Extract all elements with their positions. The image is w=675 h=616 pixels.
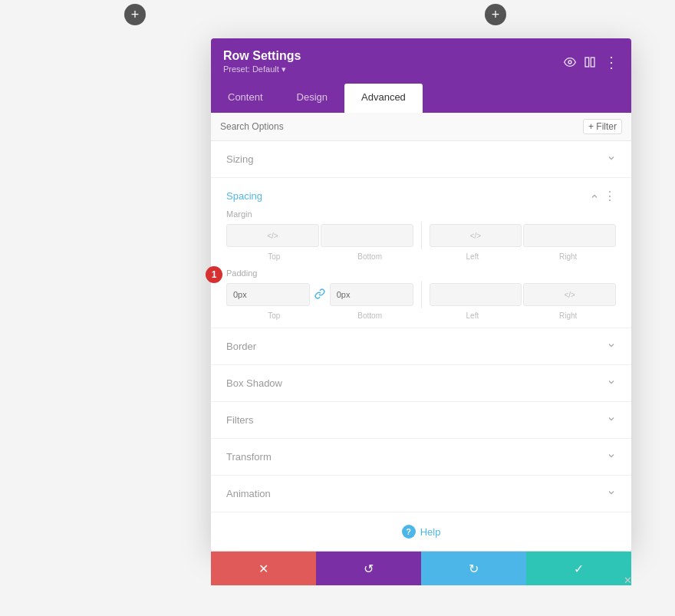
box-shadow-chevron [607, 377, 616, 389]
animation-section: Animation [211, 476, 631, 512]
margin-top-input[interactable]: </> [226, 224, 319, 247]
padding-top-label: Top [226, 311, 322, 320]
border-section-header[interactable]: Border [211, 328, 631, 364]
help-label: Help [420, 526, 441, 538]
filters-section: Filters [211, 402, 631, 439]
spacing-section-header[interactable]: Spacing ⋮ [211, 178, 631, 209]
border-section: Border [211, 328, 631, 365]
add-section-right[interactable]: + [485, 4, 506, 25]
transform-label: Transform [226, 451, 272, 463]
sizing-section-header[interactable]: Sizing [211, 141, 631, 177]
sizing-chevron [607, 153, 616, 165]
action-bar: ✕ ↺ ↻ ✓ [211, 552, 631, 585]
redo-button[interactable]: ↻ [421, 552, 526, 585]
padding-left-input[interactable] [430, 283, 522, 306]
help-button[interactable]: ? Help [211, 512, 631, 551]
modal-header-left: Row Settings Preset: Default ▾ [223, 49, 301, 74]
modal-content: Sizing Spacing ⋮ Margin [211, 141, 631, 551]
modal-title: Row Settings [223, 49, 301, 63]
box-shadow-label: Box Shadow [226, 377, 282, 389]
border-label: Border [226, 341, 256, 352]
transform-chevron [607, 451, 616, 463]
spacing-chevron-up [590, 192, 599, 201]
kebab-menu-icon[interactable]: ⋮ [604, 53, 619, 71]
add-section-left[interactable]: + [124, 4, 146, 25]
tab-design[interactable]: Design [280, 84, 344, 113]
padding-tb-labels: Top Bottom [226, 311, 418, 320]
animation-label: Animation [226, 488, 271, 499]
modal-header-icons: ⋮ [564, 53, 619, 71]
sizing-label: Sizing [226, 153, 253, 165]
margin-right-label: Right [520, 252, 616, 261]
padding-top-input[interactable]: 0px [226, 283, 310, 306]
margin-labels: Top Bottom Left Right [211, 251, 631, 268]
filters-label: Filters [226, 414, 253, 426]
eye-icon[interactable] [564, 56, 576, 68]
search-bar: + Filter [211, 113, 631, 141]
svg-point-0 [568, 61, 571, 64]
margin-inputs: </> </> [211, 222, 631, 249]
transform-section-header[interactable]: Transform [211, 439, 631, 475]
spacing-label: Spacing [226, 190, 262, 202]
padding-divider [421, 281, 422, 308]
modal-tabs: Content Design Advanced [211, 84, 631, 113]
margin-bottom-label: Bottom [322, 252, 418, 261]
padding-left-label: Left [425, 311, 521, 320]
animation-section-header[interactable]: Animation [211, 476, 631, 512]
search-input[interactable] [220, 121, 583, 132]
svg-rect-2 [591, 58, 594, 67]
padding-label: Padding [211, 268, 631, 278]
margin-left-label: Left [425, 252, 521, 261]
padding-right-label: Right [520, 311, 616, 320]
padding-right-input[interactable]: </> [523, 283, 616, 306]
confirm-button[interactable]: ✓ [526, 552, 631, 585]
cancel-button[interactable]: ✕ [211, 552, 316, 585]
margin-right-input[interactable] [523, 224, 616, 247]
margin-left-input[interactable]: </> [430, 224, 522, 247]
modal-header: Row Settings Preset: Default ▾ [211, 38, 631, 84]
close-small-icon[interactable]: ✕ [624, 575, 632, 586]
padding-labels: Top Bottom Left Right [211, 310, 631, 328]
box-shadow-section-header[interactable]: Box Shadow [211, 365, 631, 401]
padding-bottom-value[interactable]: 0px [337, 290, 407, 299]
help-icon: ? [402, 525, 416, 539]
filters-chevron [607, 414, 616, 426]
columns-icon[interactable] [584, 56, 596, 68]
padding-lr-labels: Left Right [425, 311, 617, 320]
margin-top-label: Top [226, 252, 322, 261]
tab-advanced[interactable]: Advanced [344, 84, 423, 113]
margin-top-bottom: </> [226, 224, 413, 247]
margin-tb-labels: Top Bottom [226, 252, 418, 261]
spacing-section: Spacing ⋮ Margin </> [211, 178, 631, 328]
svg-rect-1 [585, 58, 589, 67]
page-background: + + 1 Row Settings Preset: Default ▾ [0, 0, 675, 616]
margin-divider [421, 222, 422, 249]
margin-bottom-input[interactable] [321, 224, 413, 247]
border-chevron [607, 341, 616, 352]
margin-lr-labels: Left Right [425, 252, 617, 261]
animation-chevron [607, 488, 616, 499]
modal-subtitle: Preset: Default ▾ [223, 64, 301, 74]
padding-bottom-label: Bottom [322, 311, 418, 320]
padding-top-value[interactable]: 0px [233, 290, 303, 299]
padding-link-icon[interactable] [314, 288, 325, 301]
spacing-kebab-icon[interactable]: ⋮ [604, 189, 616, 203]
undo-button[interactable]: ↺ [316, 552, 421, 585]
padding-top-bottom: 0px 0px [226, 283, 413, 306]
tab-content[interactable]: Content [211, 84, 280, 113]
filters-section-header[interactable]: Filters [211, 402, 631, 438]
padding-inputs: 0px 0px </> [211, 281, 631, 308]
sizing-section: Sizing [211, 141, 631, 178]
padding-bottom-input[interactable]: 0px [330, 283, 413, 306]
spacing-icons: ⋮ [590, 189, 616, 203]
box-shadow-section: Box Shadow [211, 365, 631, 402]
row-settings-modal: Row Settings Preset: Default ▾ [211, 38, 631, 551]
margin-label: Margin [211, 209, 631, 219]
filter-button[interactable]: + Filter [583, 119, 622, 134]
margin-left-right: </> [430, 224, 617, 247]
padding-left-right: </> [430, 283, 617, 306]
transform-section: Transform [211, 439, 631, 476]
annotation-badge: 1 [206, 266, 222, 283]
